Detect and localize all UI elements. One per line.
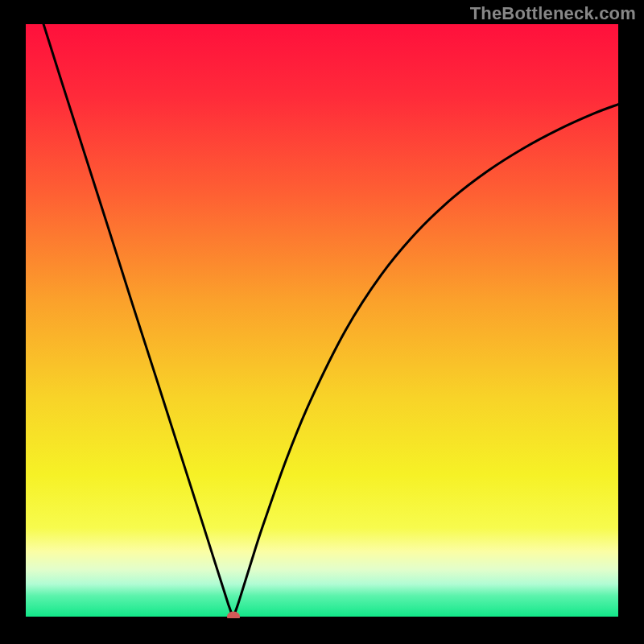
chart-stage: TheBottleneck.com xyxy=(0,0,644,644)
curve-right-branch xyxy=(233,105,618,617)
plot-area xyxy=(26,24,618,618)
curve-left-branch xyxy=(43,24,233,617)
watermark-label: TheBottleneck.com xyxy=(470,3,636,24)
critical-point-marker xyxy=(227,611,240,618)
bottleneck-curve xyxy=(26,24,618,618)
